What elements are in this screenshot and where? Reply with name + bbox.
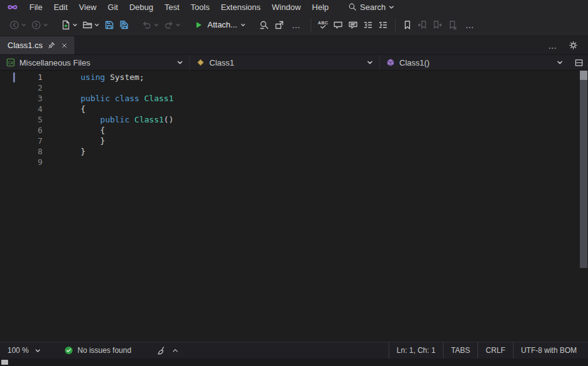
menu-item-test[interactable]: Test	[159, 0, 185, 14]
window-bottom-strip	[0, 359, 588, 366]
line-number: 2	[0, 82, 50, 93]
project-dropdown[interactable]: C# Miscellaneous Files	[0, 55, 190, 70]
document-tab-strip: Class1.cs …	[0, 36, 588, 55]
save-button[interactable]	[102, 17, 116, 33]
navigation-bar: C# Miscellaneous Files Class1 Class1()	[0, 55, 588, 71]
code-line-5[interactable]: public Class1()	[81, 114, 588, 125]
code-line-8[interactable]: }	[81, 146, 588, 157]
vs-window: FileEditViewGitDebugTestToolsExtensionsW…	[0, 0, 588, 366]
increase-indent-button[interactable]	[376, 17, 390, 33]
line-ending-indicator[interactable]: CRLF	[477, 342, 512, 359]
line-column-value: Ln: 1, Ch: 1	[397, 346, 436, 355]
undo-button[interactable]	[140, 17, 161, 33]
navigate-back-button[interactable]	[7, 17, 28, 33]
toggle-bookmark-button[interactable]	[401, 17, 414, 33]
encoding-value: UTF-8 with BOM	[521, 346, 577, 355]
new-file-button[interactable]	[59, 17, 79, 33]
menu-item-edit[interactable]: Edit	[48, 0, 73, 14]
previous-bookmark-button[interactable]	[416, 17, 429, 33]
menu-item-file[interactable]: File	[24, 0, 48, 14]
menu-item-view[interactable]: View	[73, 0, 102, 14]
csharp-project-icon: C#	[6, 58, 15, 67]
menu-search[interactable]: Search	[343, 0, 399, 14]
undo-icon	[142, 20, 152, 30]
editor-vertical-scrollbar[interactable]	[579, 71, 588, 342]
main-menu: FileEditViewGitDebugTestToolsExtensionsW…	[24, 0, 334, 14]
code-line-3[interactable]: public class Class1	[81, 93, 588, 104]
next-bookmark-button[interactable]	[431, 17, 444, 33]
new-file-icon	[61, 20, 71, 30]
chevron-down-icon	[94, 22, 99, 27]
code-token-plain: ()	[164, 115, 174, 124]
open-file-button[interactable]	[81, 17, 101, 33]
code-line-4[interactable]: {	[81, 104, 588, 114]
next-bookmark-icon	[432, 20, 442, 30]
menu-item-git[interactable]: Git	[102, 0, 124, 14]
document-health-indicator[interactable]: No issues found	[64, 346, 131, 355]
bookmark-overflow-button[interactable]: …	[461, 17, 479, 33]
code-token-type: Class1	[134, 115, 164, 124]
code-token-keyword: public	[100, 115, 134, 124]
code-editor[interactable]: 123456789 using System;public class Clas…	[0, 71, 588, 342]
menu-item-extensions[interactable]: Extensions	[215, 0, 266, 14]
indent-mode-value: TABS	[451, 346, 470, 355]
redo-button[interactable]	[162, 17, 182, 33]
pin-icon[interactable]	[47, 41, 56, 49]
line-column-indicator[interactable]: Ln: 1, Ch: 1	[389, 342, 443, 359]
code-line-7[interactable]: }	[81, 136, 588, 146]
indent-mode-indicator[interactable]: TABS	[443, 342, 477, 359]
member-dropdown[interactable]: Class1()	[380, 55, 569, 70]
open-folder-icon	[82, 20, 92, 30]
bottom-left-box	[1, 360, 8, 365]
attach-debugger-button[interactable]: Attach...	[192, 17, 247, 33]
type-dropdown-label: Class1	[209, 58, 234, 67]
menu-item-help[interactable]: Help	[306, 0, 334, 14]
gear-icon[interactable]	[569, 41, 578, 50]
spell-checker-button[interactable]: ABC	[316, 17, 331, 33]
code-token-plain: }	[81, 147, 86, 156]
zoom-control[interactable]: 100 %	[0, 342, 48, 359]
code-line-9[interactable]	[81, 157, 588, 167]
toggle-comment-button[interactable]	[331, 17, 345, 33]
decrease-indent-icon	[363, 20, 373, 30]
line-number: 7	[0, 136, 50, 146]
ellipsis-icon: …	[462, 20, 477, 30]
check-circle-icon	[64, 346, 73, 355]
pop-out-window-button[interactable]	[272, 17, 286, 33]
tab-class1cs[interactable]: Class1.cs	[0, 36, 74, 54]
code-cleanup-button[interactable]	[156, 346, 166, 355]
decrease-indent-button[interactable]	[361, 17, 375, 33]
scrollbar-thumb[interactable]	[580, 71, 587, 268]
zoom-level-value: 100 %	[7, 346, 29, 355]
close-icon[interactable]	[61, 42, 68, 49]
window-arrow-icon	[274, 20, 284, 30]
code-line-2[interactable]	[81, 82, 588, 93]
code-pane[interactable]: using System;public class Class1{ public…	[50, 71, 588, 342]
menu-item-debug[interactable]: Debug	[124, 0, 159, 14]
find-in-files-button[interactable]	[257, 17, 271, 33]
navigate-forward-button[interactable]	[29, 17, 50, 33]
save-all-button[interactable]	[117, 17, 131, 33]
split-window-button[interactable]	[569, 55, 588, 70]
clear-bookmarks-button[interactable]	[446, 17, 459, 33]
chevron-down-icon	[154, 22, 159, 27]
scrollbar-caret-marker	[580, 71, 587, 80]
bookmark-icon	[402, 20, 412, 30]
type-dropdown[interactable]: Class1	[190, 55, 380, 70]
class-icon	[196, 58, 205, 67]
chevron-up-icon	[172, 347, 179, 354]
code-token-plain: {	[81, 126, 105, 135]
status-bar: 100 % No issues found Ln: 1, Ch: 1 TABS …	[0, 342, 588, 359]
uncomment-button[interactable]	[346, 17, 360, 33]
code-line-6[interactable]: {	[81, 125, 588, 136]
expand-indicator-button[interactable]	[172, 347, 179, 354]
toolbar-overflow-button[interactable]: …	[287, 17, 306, 33]
code-token-type: Class1	[144, 94, 174, 103]
code-line-1[interactable]: using System;	[81, 72, 588, 82]
line-number: 5	[0, 114, 50, 125]
encoding-indicator[interactable]: UTF-8 with BOM	[513, 342, 584, 359]
menu-item-tools[interactable]: Tools	[185, 0, 215, 14]
ellipsis-icon[interactable]: …	[546, 41, 560, 51]
broom-icon	[156, 346, 166, 355]
menu-item-window[interactable]: Window	[266, 0, 306, 14]
